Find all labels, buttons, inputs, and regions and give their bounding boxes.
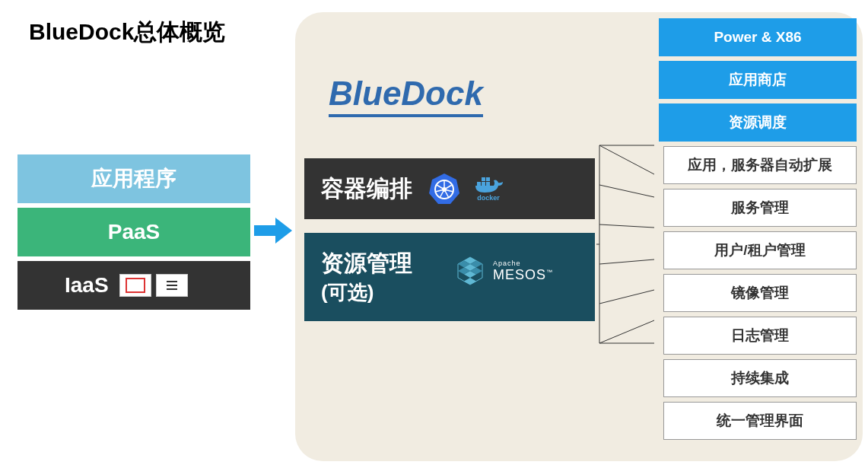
svg-line-33 [599, 320, 654, 343]
arrow-icon [254, 212, 292, 250]
svg-line-30 [599, 224, 654, 228]
bracket-icon [596, 138, 657, 351]
right-white-1: 服务管理 [663, 189, 857, 227]
right-white-5: 持续集成 [663, 359, 857, 397]
svg-rect-14 [477, 182, 481, 186]
svg-marker-3 [254, 218, 292, 244]
right-white-4: 日志管理 [663, 317, 857, 355]
right-white-2: 用户/租户管理 [663, 231, 857, 269]
center-block-orchestration: 容器编排 [304, 158, 595, 219]
right-white-3: 镜像管理 [663, 274, 857, 312]
svg-rect-16 [486, 182, 490, 186]
softlayer-icon [156, 274, 188, 297]
left-block-paas: PaaS [15, 205, 253, 259]
res-label-1: 资源管理 [321, 248, 412, 279]
right-blue-0: Power & X86 [659, 18, 857, 56]
docker-icon: docker [470, 174, 507, 203]
left-block-app: 应用程序 [15, 152, 253, 205]
orch-label: 容器编排 [321, 174, 412, 205]
openstack-icon [119, 274, 151, 297]
svg-marker-27 [464, 278, 476, 285]
svg-rect-15 [482, 182, 485, 186]
svg-line-31 [599, 259, 654, 264]
bluedock-title: BlueDock [329, 75, 483, 117]
right-stack: Power & X86 应用商店 资源调度 应用，服务器自动扩展 服务管理 用户… [659, 18, 857, 440]
right-white-0: 应用，服务器自动扩展 [663, 146, 857, 184]
page-title: BlueDock总体概览 [29, 17, 225, 48]
left-stack: 应用程序 PaaS IaaS [15, 152, 253, 312]
right-white-6: 统一管理界面 [663, 402, 857, 440]
center-block-resource: 资源管理 (可选) ApacheMESOS™ [304, 233, 595, 321]
kubernetes-icon [428, 172, 461, 205]
iaas-icons [119, 274, 188, 297]
orch-icons: docker [428, 172, 507, 205]
svg-line-29 [599, 185, 654, 197]
svg-line-28 [599, 145, 654, 174]
iaas-label: IaaS [65, 273, 109, 298]
left-block-iaas: IaaS [15, 259, 253, 312]
res-label-2: (可选) [321, 279, 374, 306]
right-blue-1: 应用商店 [659, 61, 857, 99]
mesos-icon: ApacheMESOS™ [453, 254, 553, 288]
main-panel: BlueDock 容器编排 [295, 12, 863, 461]
svg-rect-18 [486, 177, 490, 181]
right-blue-2: 资源调度 [659, 103, 857, 142]
svg-rect-17 [482, 177, 485, 181]
svg-line-32 [599, 290, 654, 304]
